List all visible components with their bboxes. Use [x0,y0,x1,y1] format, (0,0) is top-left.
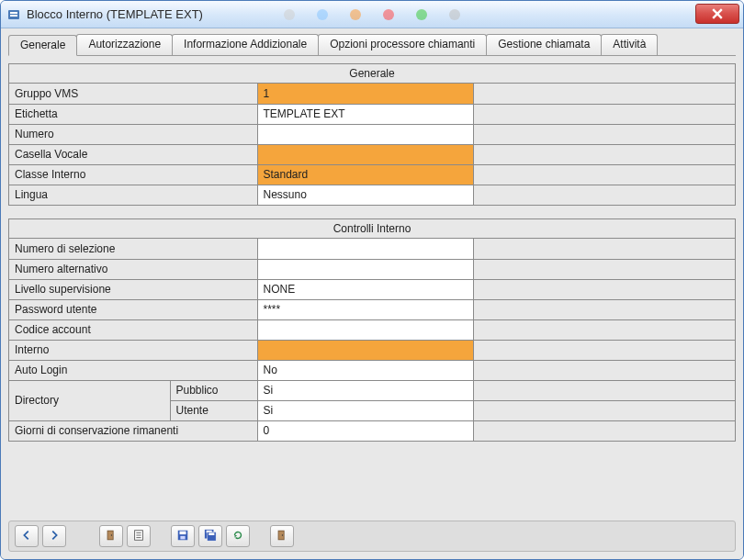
field-label: Password utente [9,299,257,319]
save-button[interactable] [171,525,195,547]
decorative-dots [284,9,460,20]
refresh-icon [231,529,244,544]
field-value[interactable]: Nessuno [257,185,473,205]
field-value[interactable] [257,340,473,360]
spacer [473,259,735,279]
spacer [473,164,735,185]
section-controlli-header: Controlli Interno [9,219,735,239]
svg-point-7 [111,534,112,535]
tab-opzioni-processore-chiamanti[interactable]: Opzioni processore chiamanti [318,34,487,55]
tab-gestione-chiamata[interactable]: Gestione chiamata [486,34,602,55]
tab-informazione-addizionale[interactable]: Informazione Addizionale [172,34,319,55]
app-icon [6,7,21,22]
svg-rect-18 [209,532,214,535]
door-open-button[interactable] [99,525,123,547]
panel-area: Generale Gruppo VMS1EtichettaTEMPLATE EX… [8,63,736,521]
spacer [473,239,735,259]
field-value[interactable]: **** [257,299,473,319]
field-value[interactable]: Si [257,400,473,420]
section-controlli: Controlli Interno Numero di selezioneNum… [8,218,736,442]
field-value[interactable] [257,124,473,144]
field-sublabel: Utente [170,400,257,420]
exit-button[interactable] [270,525,294,547]
field-value[interactable] [257,144,473,164]
svg-point-21 [282,534,283,535]
close-icon [712,8,723,19]
field-label: Auto Login [9,360,257,380]
field-label: Etichetta [9,104,257,124]
svg-rect-2 [10,15,17,17]
spacer [473,84,735,104]
field-label: Giorni di conservazione rimanenti [9,420,257,441]
refresh-button[interactable] [226,525,250,547]
save-icon [176,529,189,544]
spacer [473,124,735,144]
arrow-left-icon [20,529,33,544]
field-value[interactable]: Standard [257,164,473,185]
spacer [473,319,735,340]
close-button[interactable] [695,4,739,24]
window-title: Blocco Interno (TEMPLATE EXT) [27,7,203,21]
window: Blocco Interno (TEMPLATE EXT) GeneraleAu… [0,0,744,560]
generale-table: Gruppo VMS1EtichettaTEMPLATE EXTNumeroCa… [9,84,735,205]
nav-back-button[interactable] [15,525,39,547]
spacer [473,279,735,299]
save-all-button[interactable] [198,525,222,547]
field-value[interactable] [257,259,473,279]
field-label: Gruppo VMS [9,84,257,104]
section-generale-header: Generale [9,64,735,84]
field-label-directory: Directory [9,380,170,420]
svg-rect-14 [180,535,185,539]
field-value[interactable]: NONE [257,279,473,299]
spacer [473,380,735,400]
field-label: Numero [9,124,257,144]
arrow-right-icon [48,529,61,544]
nav-forward-button[interactable] [42,525,66,547]
titlebar: Blocco Interno (TEMPLATE EXT) [1,1,743,28]
save-all-icon [204,529,217,544]
section-generale: Generale Gruppo VMS1EtichettaTEMPLATE EX… [8,63,736,206]
field-label: Lingua [9,185,257,205]
spacer [473,185,735,205]
controlli-table: Numero di selezioneNumero alternativoLiv… [9,239,735,441]
spacer [473,299,735,319]
doc-icon [132,529,145,544]
field-value[interactable]: 0 [257,420,473,441]
content-area: GeneraleAutorizzazioneInformazione Addiz… [1,28,743,559]
document-button[interactable] [127,525,151,547]
spacer [473,420,735,441]
tab-bar: GeneraleAutorizzazioneInformazione Addiz… [8,34,736,56]
field-label: Codice account [9,319,257,340]
bottom-toolbar [8,521,736,552]
field-label: Numero di selezione [9,239,257,259]
field-label: Casella Vocale [9,144,257,164]
spacer [473,104,735,124]
field-value[interactable]: No [257,360,473,380]
field-value[interactable]: Si [257,380,473,400]
spacer [473,400,735,420]
field-label: Interno [9,340,257,360]
field-label: Livello supervisione [9,279,257,299]
field-value[interactable]: 1 [257,84,473,104]
door-icon [276,529,288,544]
tab-attivit-[interactable]: Attività [601,34,658,55]
spacer [473,144,735,164]
field-value[interactable]: TEMPLATE EXT [257,104,473,124]
field-value[interactable] [257,239,473,259]
door-icon [105,529,118,544]
svg-rect-13 [180,531,186,534]
field-value[interactable] [257,319,473,340]
svg-rect-1 [10,12,17,14]
field-label: Classe Interno [9,164,257,185]
field-label: Numero alternativo [9,259,257,279]
field-sublabel: Pubblico [170,380,257,400]
tab-generale[interactable]: Generale [8,35,77,56]
tab-autorizzazione[interactable]: Autorizzazione [76,34,173,55]
spacer [473,340,735,360]
spacer [473,360,735,380]
